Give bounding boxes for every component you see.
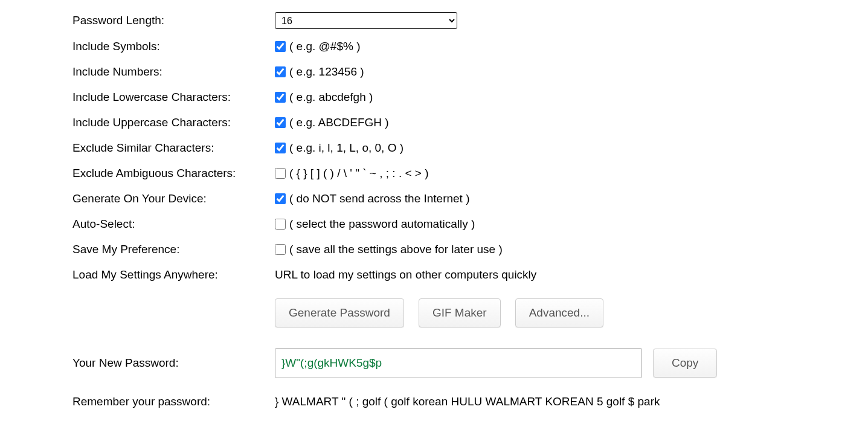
remember-password-label: Remember your password: xyxy=(72,395,275,408)
include-lowercase-label: Include Lowercase Characters: xyxy=(72,91,275,104)
include-lowercase-hint: ( e.g. abcdefgh ) xyxy=(289,91,373,104)
save-preference-label: Save My Preference: xyxy=(72,243,275,256)
generate-on-device-checkbox[interactable] xyxy=(275,193,286,204)
include-uppercase-hint: ( e.g. ABCDEFGH ) xyxy=(289,116,389,129)
auto-select-label: Auto-Select: xyxy=(72,217,275,231)
remember-password-text: } WALMART " ( ; golf ( golf korean HULU … xyxy=(275,395,660,408)
gif-maker-button[interactable]: GIF Maker xyxy=(419,298,501,327)
save-preference-hint: ( save all the settings above for later … xyxy=(289,243,503,256)
load-settings-text: URL to load my settings on other compute… xyxy=(275,268,536,282)
password-length-select[interactable]: 16 xyxy=(275,12,457,29)
auto-select-checkbox[interactable] xyxy=(275,219,286,230)
exclude-ambiguous-hint: ( { } [ ] ( ) / \ ' " ` ~ , ; : . < > ) xyxy=(289,167,429,180)
save-preference-checkbox[interactable] xyxy=(275,244,286,255)
new-password-input[interactable] xyxy=(275,348,642,378)
include-symbols-label: Include Symbols: xyxy=(72,40,275,53)
copy-button[interactable]: Copy xyxy=(653,349,717,378)
exclude-ambiguous-checkbox[interactable] xyxy=(275,168,286,179)
include-numbers-hint: ( e.g. 123456 ) xyxy=(289,65,364,79)
include-symbols-hint: ( e.g. @#$% ) xyxy=(289,40,361,53)
password-length-label: Password Length: xyxy=(72,14,275,27)
include-numbers-label: Include Numbers: xyxy=(72,65,275,79)
auto-select-hint: ( select the password automatically ) xyxy=(289,217,475,231)
include-lowercase-checkbox[interactable] xyxy=(275,92,286,103)
include-symbols-checkbox[interactable] xyxy=(275,41,286,52)
exclude-similar-label: Exclude Similar Characters: xyxy=(72,141,275,155)
generate-on-device-hint: ( do NOT send across the Internet ) xyxy=(289,192,470,205)
generate-password-button[interactable]: Generate Password xyxy=(275,298,404,327)
new-password-label: Your New Password: xyxy=(72,356,275,370)
include-numbers-checkbox[interactable] xyxy=(275,66,286,77)
load-settings-label: Load My Settings Anywhere: xyxy=(72,268,275,282)
include-uppercase-label: Include Uppercase Characters: xyxy=(72,116,275,129)
exclude-similar-hint: ( e.g. i, l, 1, L, o, 0, O ) xyxy=(289,141,403,155)
advanced-button[interactable]: Advanced... xyxy=(515,298,603,327)
generate-on-device-label: Generate On Your Device: xyxy=(72,192,275,205)
include-uppercase-checkbox[interactable] xyxy=(275,117,286,128)
exclude-ambiguous-label: Exclude Ambiguous Characters: xyxy=(72,167,275,180)
exclude-similar-checkbox[interactable] xyxy=(275,143,286,153)
